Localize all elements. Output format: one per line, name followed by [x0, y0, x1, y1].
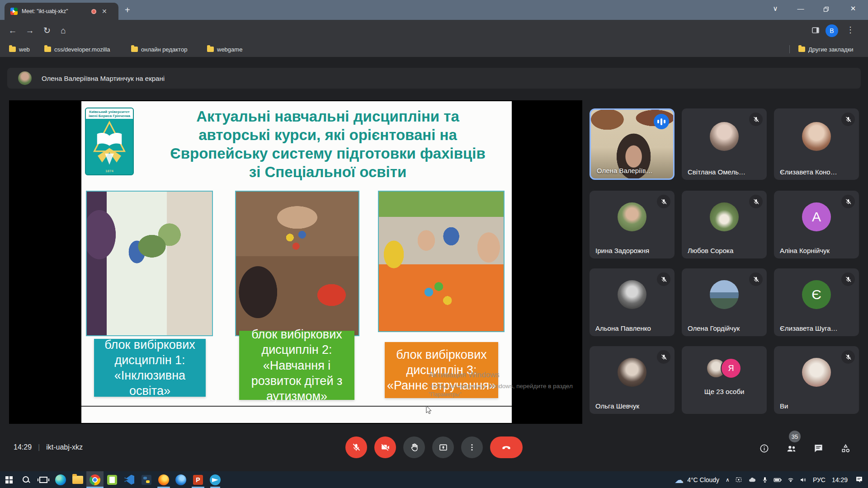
window-close-button[interactable]: ✕	[846, 5, 860, 13]
letter-avatar: A	[802, 202, 831, 231]
self-tile[interactable]: Ви	[774, 346, 859, 414]
taskbar-edge[interactable]	[52, 471, 69, 488]
new-tab-button[interactable]: +	[125, 5, 130, 14]
bookmark-css-developer-mozilla[interactable]: css/developer.mozilla	[44, 45, 110, 54]
avatar	[710, 280, 739, 309]
window-minimize-button[interactable]: —	[794, 5, 807, 12]
firefox-nightly-icon	[175, 474, 186, 485]
taskbar-powerpoint[interactable]: P	[189, 471, 207, 488]
home-icon[interactable]: ⌂	[57, 25, 70, 37]
other-bookmarks-button[interactable]: Другие закладки	[798, 45, 854, 54]
powerpoint-icon: P	[193, 475, 203, 485]
edge-icon	[55, 474, 66, 485]
letter-avatar: Я	[721, 358, 741, 379]
participant-tile[interactable]: Єлизавета Коно…	[774, 108, 859, 180]
participant-name: Ірина Задорожня	[595, 247, 649, 254]
window-restore-button[interactable]	[819, 6, 833, 14]
bookmark-webgame[interactable]: webgame	[207, 45, 242, 54]
taskbar-telegram[interactable]	[207, 471, 224, 488]
taskbar-python-console[interactable]	[138, 471, 155, 488]
presenting-banner-text: Олена Валеріївна Мартинчук на екрані	[42, 75, 165, 82]
slide-photo-2	[235, 191, 359, 336]
action-center-icon[interactable]	[855, 475, 863, 484]
activities-button[interactable]	[839, 442, 852, 455]
back-icon[interactable]: ←	[6, 25, 19, 37]
slide-photo-3	[378, 191, 505, 332]
folder-icon	[207, 47, 214, 52]
side-panel-icon[interactable]	[811, 26, 820, 37]
taskbar-firefox-nightly[interactable]	[172, 471, 189, 488]
wifi-icon[interactable]	[787, 476, 795, 484]
notepad-icon	[107, 475, 117, 485]
reload-icon[interactable]: ↻	[41, 25, 53, 37]
participant-tile[interactable]: Ірина Задорожня	[590, 191, 675, 258]
participant-tile-speaking[interactable]: Олена Валеріїв…	[590, 108, 675, 180]
screen-record-icon[interactable]	[735, 476, 743, 484]
volume-icon[interactable]	[799, 476, 807, 484]
raise-hand-button[interactable]	[403, 436, 425, 458]
browser-menu-icon[interactable]: ⋮	[846, 25, 854, 35]
more-options-button[interactable]	[461, 436, 483, 458]
participant-tile[interactable]: Світлана Омель…	[682, 108, 767, 180]
logo-emblem	[86, 119, 133, 166]
onedrive-icon[interactable]	[748, 475, 757, 484]
university-logo: Київський університет імені Бориса Грінч…	[85, 108, 134, 175]
browser-tab[interactable]: Meet: "ikt-uabj-xkz" ✕	[5, 3, 118, 20]
taskbar-chrome[interactable]	[86, 471, 104, 488]
meeting-details-button[interactable]	[758, 442, 770, 455]
present-screen-button[interactable]	[432, 436, 454, 458]
tab-title: Meet: "ikt-uabj-xkz"	[22, 8, 90, 14]
divider	[789, 45, 790, 53]
tab-search-chevron-icon[interactable]: ∨	[769, 5, 782, 13]
slide-caption-2: блок вибіркових дисциплін 2: «Навчання і…	[239, 331, 354, 400]
bookmark-web[interactable]: web	[9, 45, 30, 54]
chat-button[interactable]	[812, 442, 825, 455]
participant-tile[interactable]: Любов Сорока	[682, 191, 767, 258]
participant-tile[interactable]: Є Єлизавета Шуга…	[774, 268, 859, 336]
participant-tile[interactable]: Олена Гордійчук	[682, 268, 767, 336]
participant-tile[interactable]: A Аліна Корнійчук	[774, 191, 859, 258]
meeting-clock: 14:29	[14, 443, 32, 451]
avatar	[710, 202, 739, 231]
avatar	[710, 122, 739, 151]
restore-icon	[823, 6, 830, 13]
slide-caption-3: блок вибіркових дисциплін 3: «Раннє втру…	[385, 342, 498, 398]
participants-button[interactable]	[785, 442, 797, 455]
python-icon	[142, 475, 151, 485]
taskbar-file-explorer[interactable]	[69, 471, 86, 488]
logo-year: 1874	[86, 169, 133, 173]
leave-call-button[interactable]	[490, 436, 523, 458]
participant-tile-overflow[interactable]: Я Ще 23 особи	[682, 346, 767, 414]
firefox-icon	[158, 474, 169, 485]
forward-icon[interactable]: →	[24, 25, 36, 37]
participant-name: Альона Павленко	[595, 324, 651, 332]
taskbar-clock[interactable]: 14:29	[832, 476, 848, 483]
camera-toggle-button[interactable]	[374, 436, 396, 458]
mic-toggle-button[interactable]	[345, 436, 367, 458]
microphone-tray-icon[interactable]	[761, 476, 769, 483]
weather-icon[interactable]: ☁	[675, 474, 684, 485]
mic-off-icon	[657, 350, 670, 364]
taskbar-notepad[interactable]	[104, 471, 121, 488]
start-button[interactable]	[0, 471, 18, 488]
slide-caption-1: блок вибіркових дисциплін 1: «Інклюзивна…	[94, 339, 206, 397]
participant-tile[interactable]: Ольга Шевчук	[590, 346, 675, 414]
recording-indicator-icon	[91, 9, 96, 14]
overflow-avatars: Я	[707, 358, 741, 379]
tray-expand-chevron-icon[interactable]: ∧	[726, 477, 730, 483]
taskbar-firefox[interactable]	[155, 471, 172, 488]
weather-label[interactable]: 4°C Cloudy	[687, 476, 719, 483]
bookmark-online-editor[interactable]: онлайн редактор	[131, 45, 187, 54]
battery-icon[interactable]	[773, 475, 782, 484]
language-indicator[interactable]: РУС	[813, 476, 826, 483]
tab-close-icon[interactable]: ✕	[102, 8, 107, 15]
logo-line2: імені Бориса Грінченка	[87, 114, 132, 118]
mic-off-icon	[657, 195, 670, 208]
taskbar-search-button[interactable]	[18, 471, 35, 488]
profile-avatar[interactable]: B	[826, 24, 838, 37]
participant-tile[interactable]: Альона Павленко	[590, 268, 675, 336]
avatar	[618, 202, 646, 231]
participant-name: Аліна Корнійчук	[780, 247, 830, 254]
taskbar-vscode[interactable]	[121, 471, 138, 488]
task-view-button[interactable]	[35, 471, 52, 488]
